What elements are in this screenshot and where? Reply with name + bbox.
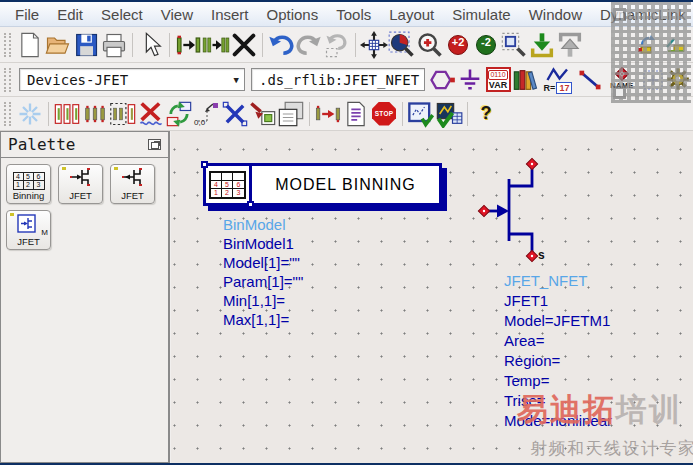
binmodel-param-line[interactable]: BinModel1: [223, 234, 303, 253]
binmodel-param-line[interactable]: Max[1,1]=: [223, 310, 303, 329]
toolbar-edit: 0,0 STOP ?: [0, 97, 693, 131]
delete-icon[interactable]: [230, 31, 258, 59]
ghost-star-icon[interactable]: [16, 100, 44, 128]
palette-button-jfet-n[interactable]: JFET: [58, 164, 103, 204]
swap-component-icon[interactable]: [165, 100, 193, 128]
menu-select[interactable]: Select: [92, 3, 152, 26]
insert-pins-icon[interactable]: [202, 31, 230, 59]
menu-tools[interactable]: Tools: [327, 3, 380, 26]
simulation-results-icon[interactable]: [407, 100, 435, 128]
new-file-icon[interactable]: [16, 31, 44, 59]
deactivate-component-icon[interactable]: [137, 100, 165, 128]
netlist-icon[interactable]: [342, 100, 370, 128]
undo-view-icon[interactable]: [323, 31, 351, 59]
pointer-icon[interactable]: [137, 31, 165, 59]
toolbar-grip[interactable]: [4, 102, 11, 126]
grid-cell: 3: [34, 181, 44, 189]
zoom-in-icon[interactable]: [416, 31, 444, 59]
toolbar-main: +2 -2: [0, 27, 693, 63]
deactivate-all-icon[interactable]: [109, 100, 137, 128]
palette-button-label: JFET: [17, 237, 40, 247]
menu-file[interactable]: File: [6, 3, 48, 26]
ground-icon[interactable]: [456, 66, 484, 94]
menu-view[interactable]: View: [152, 3, 202, 26]
binmodel-component[interactable]: 4 5 6 1 2 3 MODEL BINNING: [203, 163, 442, 206]
jfet-param-line[interactable]: Area=: [504, 331, 612, 351]
zoom-out-2x-icon[interactable]: -2: [472, 31, 500, 59]
redo-icon[interactable]: [295, 31, 323, 59]
grid-cell: 5: [24, 173, 34, 181]
toolbar-separator: [402, 102, 403, 126]
activate-components-icon[interactable]: [53, 100, 81, 128]
pan-view-icon[interactable]: [360, 31, 388, 59]
help-icon[interactable]: ?: [472, 100, 500, 128]
watermark-brand-red: 易迪拓: [517, 392, 616, 427]
binmodel-param-line[interactable]: Model[1]="": [223, 253, 303, 272]
jfet-param-line[interactable]: Region=: [504, 351, 612, 371]
palette-button-jfet-p[interactable]: JFET: [110, 164, 155, 204]
print-icon[interactable]: [100, 31, 128, 59]
binmodel-params[interactable]: BinModel BinModel1 Model[1]="" Param[1]=…: [223, 215, 303, 329]
jfet-pin-source[interactable]: [526, 250, 537, 261]
stop-simulation-icon[interactable]: STOP: [370, 100, 398, 128]
palette-header: Palette: [0, 131, 169, 158]
binmodel-param-line[interactable]: Param[1]="": [223, 272, 303, 291]
menu-simulate[interactable]: Simulate: [443, 3, 519, 26]
delete-wire-icon[interactable]: [221, 100, 249, 128]
wire-icon[interactable]: [576, 66, 604, 94]
jfet-component-symbol[interactable]: [475, 145, 547, 263]
grid-cell: 4: [211, 181, 222, 189]
zoom-area-icon[interactable]: [388, 31, 416, 59]
grid-cell: [233, 173, 244, 181]
zoom-in-2x-icon[interactable]: +2: [444, 31, 472, 59]
var-icon[interactable]: 0110VAR: [484, 66, 512, 94]
hexagon-port-icon[interactable]: [428, 66, 456, 94]
push-down-icon[interactable]: [528, 31, 556, 59]
menu-insert[interactable]: Insert: [202, 3, 258, 26]
palette-button-label: JFET: [69, 191, 92, 201]
set-origin-icon[interactable]: 0,0: [193, 100, 221, 128]
pop-up-icon[interactable]: [556, 31, 584, 59]
deactivate-components-icon[interactable]: [81, 100, 109, 128]
copy-hierarchy-icon[interactable]: [277, 100, 305, 128]
zoom-window-icon[interactable]: [500, 31, 528, 59]
jfet-param-line[interactable]: Temp=: [504, 371, 612, 391]
move-wire-label-icon[interactable]: [314, 100, 342, 128]
toolbar-grip[interactable]: [4, 33, 11, 57]
qr-code-watermark: [611, 2, 691, 103]
tune-value: 17: [556, 82, 572, 94]
jfet-param-line[interactable]: JFET1: [504, 291, 612, 311]
jfet-pin-drain[interactable]: [526, 158, 537, 169]
binmodel-title: MODEL BINNING: [252, 166, 439, 203]
push-into-hierarchy-icon[interactable]: [249, 100, 277, 128]
menu-options[interactable]: Options: [258, 3, 328, 26]
palette-select-combo[interactable]: Devices-JFET: [19, 68, 245, 91]
jfet-instance-type[interactable]: JFET_NFET: [504, 271, 612, 291]
toolbar-insert: Devices-JFET .ds_rflib:JFET_NFET 0110VAR…: [0, 63, 693, 97]
qr-finder-square: [613, 86, 626, 99]
open-folder-icon[interactable]: [44, 31, 72, 59]
check-design-icon[interactable]: [435, 100, 463, 128]
menu-window[interactable]: Window: [520, 3, 591, 26]
palette-float-icon[interactable]: [148, 139, 161, 150]
component-select-combo[interactable]: .ds_rflib:JFET_NFET: [251, 68, 425, 91]
grid-cell: 6: [34, 173, 44, 181]
schematic-canvas[interactable]: 4 5 6 1 2 3 MODEL BINNING BinModel BinMo…: [171, 131, 693, 463]
menu-edit[interactable]: Edit: [48, 3, 92, 26]
tune-parameter-icon[interactable]: R=17: [540, 66, 576, 94]
binmodel-param-line[interactable]: Min[1,1]=: [223, 291, 303, 310]
grid-cell: 2: [222, 189, 233, 197]
library-browser-icon[interactable]: [512, 66, 540, 94]
toolbar-grip[interactable]: [4, 68, 11, 92]
jfet-param-line[interactable]: Model=JFETM1: [504, 311, 612, 331]
save-icon[interactable]: [72, 31, 100, 59]
menu-layout[interactable]: Layout: [380, 3, 443, 26]
undo-icon[interactable]: [267, 31, 295, 59]
insert-pin-icon[interactable]: [174, 31, 202, 59]
jfet-pin-gate[interactable]: [478, 205, 489, 216]
palette-button-binning[interactable]: 4 5 6 1 2 3 Binning: [6, 164, 51, 204]
palette-button-jfet-model[interactable]: JFET M: [6, 210, 51, 250]
tune-zigzag: [546, 66, 570, 82]
binmodel-instance-type[interactable]: BinModel: [223, 215, 303, 234]
qr-finder-square: [613, 8, 626, 21]
